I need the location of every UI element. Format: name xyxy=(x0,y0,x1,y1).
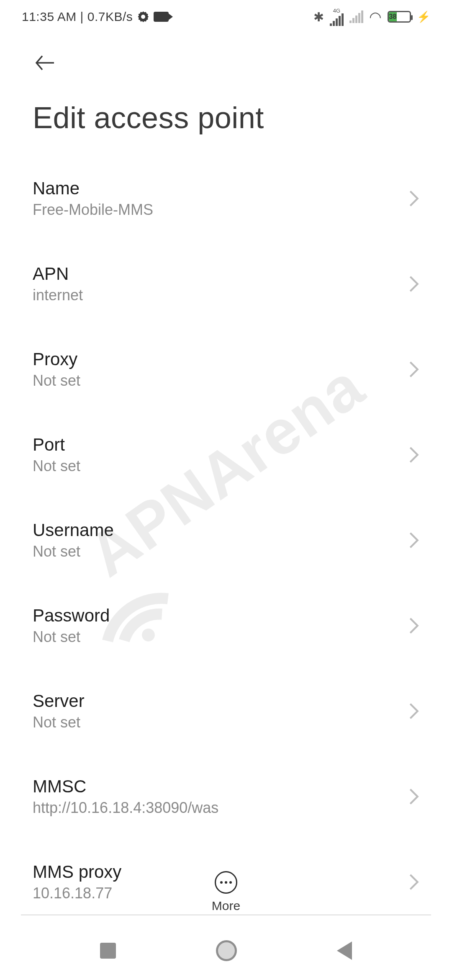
setting-value: Free-Mobile-MMS xyxy=(33,201,153,219)
camera-icon xyxy=(154,12,169,22)
signal-sim2-icon xyxy=(349,10,363,23)
battery-icon: 38 xyxy=(388,11,411,23)
setting-row-mmsc[interactable]: MMSC http://10.16.18.4:38090/was xyxy=(33,754,419,839)
nav-divider xyxy=(21,914,431,916)
setting-row-server[interactable]: Server Not set xyxy=(33,668,419,754)
chevron-right-icon xyxy=(408,360,419,379)
settings-list: Name Free-Mobile-MMS APN internet Proxy … xyxy=(0,156,452,925)
chevron-right-icon xyxy=(408,702,419,720)
system-nav-bar xyxy=(0,921,452,980)
setting-value: Not set xyxy=(33,372,80,389)
gear-icon xyxy=(138,11,149,22)
bluetooth-icon: ✱ xyxy=(313,10,324,24)
nav-recent-button[interactable] xyxy=(100,943,116,959)
page-title: Edit access point xyxy=(0,75,452,156)
app-bar xyxy=(0,34,452,75)
more-icon xyxy=(215,871,237,894)
status-left: 11:35 AM | 0.7KB/s xyxy=(22,10,169,24)
more-button[interactable]: More xyxy=(212,871,240,913)
chevron-right-icon xyxy=(408,616,419,635)
setting-value: internet xyxy=(33,286,83,304)
wifi-icon: ◠ xyxy=(369,8,382,25)
setting-value: Not set xyxy=(33,714,85,731)
chevron-right-icon xyxy=(408,531,419,549)
back-button[interactable] xyxy=(33,50,58,75)
setting-label: Proxy xyxy=(33,349,80,369)
setting-value: http://10.16.18.4:38090/was xyxy=(33,799,218,817)
chevron-right-icon xyxy=(408,189,419,208)
setting-label: APN xyxy=(33,264,83,284)
setting-row-port[interactable]: Port Not set xyxy=(33,412,419,498)
chevron-right-icon xyxy=(408,275,419,293)
nav-home-button[interactable] xyxy=(216,940,237,961)
setting-value: Not set xyxy=(33,543,114,560)
setting-label: Username xyxy=(33,520,114,540)
setting-row-name[interactable]: Name Free-Mobile-MMS xyxy=(33,156,419,241)
setting-label: Port xyxy=(33,435,80,455)
status-right: ✱ 4G ◠ 38 ⚡ xyxy=(313,8,430,26)
setting-label: Server xyxy=(33,691,85,711)
setting-row-apn[interactable]: APN internet xyxy=(33,241,419,327)
setting-row-password[interactable]: Password Not set xyxy=(33,583,419,668)
setting-label: Password xyxy=(33,606,110,626)
setting-row-proxy[interactable]: Proxy Not set xyxy=(33,327,419,412)
signal-4g-icon: 4G xyxy=(330,8,344,26)
setting-label: MMSC xyxy=(33,776,218,797)
status-bar: 11:35 AM | 0.7KB/s ✱ 4G ◠ 38 ⚡ xyxy=(0,0,452,34)
bottom-toolbar: More xyxy=(0,871,452,913)
chevron-right-icon xyxy=(408,787,419,806)
battery-level: 38 xyxy=(389,12,397,21)
charging-icon: ⚡ xyxy=(417,10,430,23)
more-label: More xyxy=(212,899,240,913)
arrow-left-icon xyxy=(33,51,57,75)
setting-label: Name xyxy=(33,178,153,199)
setting-row-username[interactable]: Username Not set xyxy=(33,498,419,583)
setting-value: Not set xyxy=(33,457,80,475)
setting-value: Not set xyxy=(33,628,110,646)
chevron-right-icon xyxy=(408,446,419,464)
nav-back-button[interactable] xyxy=(337,941,352,960)
status-time: 11:35 AM | 0.7KB/s xyxy=(22,10,133,24)
